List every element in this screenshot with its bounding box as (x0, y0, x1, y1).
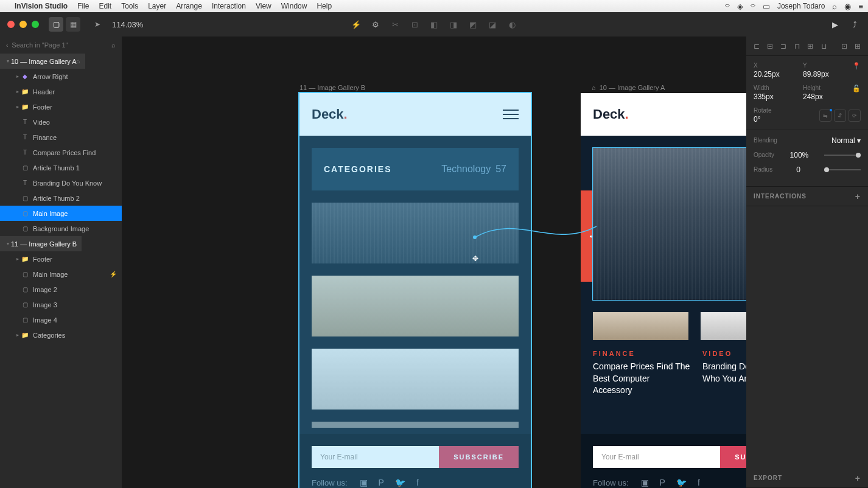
wifi-icon[interactable]: ⌔ (751, 2, 755, 11)
opacity-value[interactable]: 100% (790, 151, 809, 159)
rotate-value[interactable]: 0° (754, 115, 819, 124)
lock-icon[interactable]: 🔓 (852, 85, 861, 101)
zoom-level[interactable]: 114.03% (112, 20, 143, 29)
x-value[interactable]: 20.25px (754, 70, 791, 78)
mask-2-icon[interactable]: ◨ (447, 18, 460, 30)
app-name[interactable]: InVision Studio (15, 2, 68, 10)
layers-view-button[interactable]: ▢ (49, 17, 63, 32)
pin-icon[interactable]: 📍 (852, 62, 861, 78)
layer-row[interactable]: TFinance (0, 130, 122, 145)
layer-row[interactable]: ▾10 — Image Gallery A⌂ (0, 54, 85, 69)
layer-row[interactable]: ▢Main Image (0, 206, 122, 221)
layer-row[interactable]: TCompare Prices Find (0, 145, 122, 160)
mask-1-icon[interactable]: ◧ (428, 18, 440, 30)
mask-3-icon[interactable]: ◩ (467, 18, 479, 30)
align-right-icon[interactable]: ⊐ (779, 42, 788, 51)
share-icon[interactable]: ⤴ (849, 18, 861, 30)
menu-layer[interactable]: Layer (148, 2, 166, 10)
layer-row[interactable]: ▸📁Header (0, 84, 122, 99)
layer-row[interactable]: TVideo (0, 114, 122, 130)
align-hcenter-icon[interactable]: ⊟ (766, 42, 774, 51)
image-3-thumb[interactable] (312, 349, 519, 410)
menu-edit[interactable]: Edit (99, 2, 111, 10)
search-icon[interactable]: ⌕ (111, 41, 116, 49)
align-top-icon[interactable]: ⊓ (793, 42, 801, 51)
interactions-section[interactable]: INTERACTIONS + (746, 187, 868, 206)
menu-interaction[interactable]: Interaction (212, 2, 246, 10)
dropbox-icon[interactable]: ◈ (737, 2, 743, 11)
layer-row[interactable]: ▸📁Footer (0, 99, 122, 114)
email-input[interactable]: Your E-mail (312, 446, 439, 468)
artboard-label-a[interactable]: ⌂10 — Image Gallery A (592, 84, 665, 91)
flip-h-button[interactable]: ⇋ (819, 110, 831, 122)
height-value[interactable]: 248px (803, 92, 840, 101)
menu-file[interactable]: File (77, 2, 89, 10)
menu-arrange[interactable]: Arrange (176, 2, 202, 10)
instagram-icon[interactable]: ▣ (641, 478, 649, 487)
search-input[interactable] (12, 41, 108, 49)
distribute-icon[interactable]: ⊡ (840, 42, 849, 51)
align-vcenter-icon[interactable]: ⊞ (806, 42, 814, 51)
pinterest-icon[interactable]: P (660, 478, 665, 487)
layer-row[interactable]: ▢Image 4 (0, 312, 122, 327)
twitter-icon[interactable]: 🐦 (676, 478, 687, 487)
camera-icon[interactable]: ⌔ (725, 2, 730, 11)
menu-window[interactable]: Window (281, 2, 307, 10)
article-thumb-2[interactable] (701, 312, 746, 340)
layer-row[interactable]: ▢Article Thumb 1 (0, 160, 122, 175)
siri-icon[interactable]: ◉ (844, 2, 851, 11)
categories-bar[interactable]: CATEGORIES Technology57 (312, 148, 519, 190)
menu-view[interactable]: View (256, 2, 271, 10)
layer-row[interactable]: ▸◆Arrow Right (0, 69, 122, 84)
spotlight-icon[interactable]: ⌕ (832, 2, 837, 11)
email-input[interactable]: Your E-mail (593, 446, 720, 468)
settings-icon[interactable]: ⚙ (369, 18, 382, 30)
artboard-gallery-b[interactable]: Deck. CATEGORIES Technology57 Your E-mai… (299, 93, 531, 488)
article-thumb-1[interactable] (593, 312, 688, 340)
play-icon[interactable]: ▶ (829, 18, 841, 30)
blending-dropdown[interactable]: Normal ▾ (831, 136, 861, 145)
contrast-icon[interactable]: ◐ (506, 18, 518, 30)
y-value[interactable]: 89.89px (803, 70, 840, 78)
canvas[interactable]: 11 — Image Gallery B ⌂10 — Image Gallery… (122, 37, 746, 488)
layer-row[interactable]: ▾11 — Image Gallery B (0, 236, 82, 251)
menu-tools[interactable]: Tools (121, 2, 138, 10)
back-icon[interactable]: ‹ (6, 42, 8, 49)
layer-row[interactable]: ▸📁Categories (0, 327, 122, 343)
rotate-button[interactable]: ⟳ (849, 110, 861, 122)
layer-row[interactable]: TBranding Do You Know (0, 175, 122, 190)
move-handle-icon[interactable]: ✥ (472, 254, 478, 263)
instagram-icon[interactable]: ▣ (360, 478, 368, 487)
crop-icon[interactable]: ⊡ (408, 18, 421, 30)
hamburger-icon[interactable] (503, 110, 519, 119)
maximize-window[interactable] (32, 21, 39, 28)
align-bottom-icon[interactable]: ⊔ (819, 42, 828, 51)
layer-row[interactable]: ▸📁Footer (0, 251, 122, 267)
distribute-2-icon[interactable]: ⊞ (853, 42, 862, 51)
add-export-icon[interactable]: + (855, 473, 861, 483)
menu-help[interactable]: Help (317, 2, 332, 10)
flip-v-button[interactable]: ⇵ (834, 110, 846, 122)
width-value[interactable]: 335px (754, 92, 791, 101)
image-4-thumb[interactable] (312, 422, 519, 428)
main-image-thumb[interactable] (312, 203, 519, 263)
opacity-slider[interactable] (824, 155, 861, 156)
interaction-icon[interactable]: ⚡ (350, 18, 362, 30)
facebook-icon[interactable]: f (698, 478, 700, 487)
layer-row[interactable]: ▢Background Image (0, 221, 122, 236)
mask-4-icon[interactable]: ◪ (486, 18, 499, 30)
subscribe-button[interactable]: SUBSCRIBE (439, 446, 519, 468)
scissors-icon[interactable]: ✂ (389, 18, 401, 30)
main-image[interactable] (593, 148, 746, 300)
facebook-icon[interactable]: f (416, 478, 419, 487)
minimize-window[interactable] (19, 21, 27, 28)
align-left-icon[interactable]: ⊏ (752, 42, 761, 51)
radius-value[interactable]: 0 (796, 166, 800, 174)
menu-icon[interactable]: ≡ (858, 2, 863, 11)
add-interaction-icon[interactable]: + (855, 192, 861, 201)
layer-row[interactable]: ▢Image 2 (0, 282, 122, 297)
layer-row[interactable]: ▢Main Image⚡ (0, 267, 122, 282)
close-window[interactable] (7, 21, 15, 28)
pinterest-icon[interactable]: P (379, 478, 384, 487)
layer-row[interactable]: ▢Image 3 (0, 297, 122, 312)
